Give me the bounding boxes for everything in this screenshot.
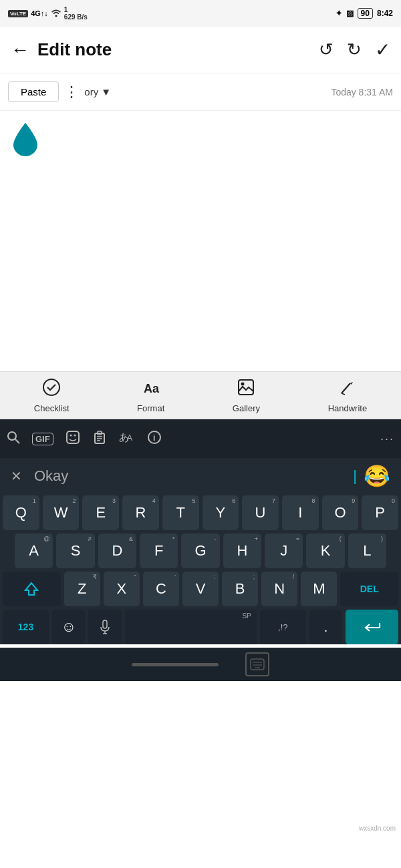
handwrite-button[interactable]: Handwrite <box>328 378 368 413</box>
more-options-icon[interactable]: ··· <box>380 432 394 446</box>
keyboard-switcher-icon[interactable] <box>245 652 269 676</box>
key-f[interactable]: *F <box>140 533 178 568</box>
gallery-label: Gallery <box>233 403 260 413</box>
page-title: Edit note <box>37 39 112 60</box>
key-k[interactable]: (K <box>306 533 344 568</box>
svg-rect-3 <box>239 380 253 395</box>
key-s[interactable]: #S <box>56 533 94 568</box>
svg-point-4 <box>241 382 245 385</box>
key-l[interactable]: )L <box>348 533 386 568</box>
vibrate-icon: ▨ <box>346 9 354 18</box>
emoji-key[interactable]: ☺ <box>52 610 85 644</box>
clock: 8:42 <box>377 9 393 18</box>
delete-key[interactable]: DEL <box>340 572 398 606</box>
gallery-icon <box>237 378 255 401</box>
status-bar: VoLTE 4G↑↓ 1 629 B/s ✦ ▨ 90 8:42 <box>0 0 401 27</box>
confirm-button[interactable]: ✓ <box>375 39 390 61</box>
format-button[interactable]: Aa Format <box>137 378 164 413</box>
numbers-key[interactable]: 123 <box>3 610 49 644</box>
back-button[interactable]: ← <box>11 39 29 61</box>
emoji-suggestion[interactable]: 😂 <box>364 463 390 489</box>
key-y[interactable]: 6Y <box>203 495 239 530</box>
search-icon[interactable] <box>7 431 20 447</box>
note-content-area[interactable] <box>0 111 401 371</box>
home-indicator-row <box>0 648 401 681</box>
category-label: ory <box>84 86 98 97</box>
key-c[interactable]: 'C <box>143 572 179 606</box>
redo-button[interactable]: ↻ <box>347 39 362 60</box>
translate-icon[interactable]: あ A <box>119 430 135 448</box>
info-icon[interactable]: i <box>147 430 162 448</box>
sticker-icon[interactable] <box>65 430 80 448</box>
signal-strength: 4G↑↓ <box>31 9 48 17</box>
status-left: VoLTE 4G↑↓ 1 629 B/s <box>8 6 88 21</box>
gif-icon[interactable]: GIF <box>32 433 53 445</box>
svg-point-10 <box>70 434 72 436</box>
text-cursor: | <box>353 467 357 485</box>
keyboard: 1Q 2W 3E 4R 5T 6Y 7U 8I 9O 0P @A #S &D *… <box>0 494 401 644</box>
battery-icon: 90 <box>358 8 373 19</box>
checklist-button[interactable]: Checklist <box>34 378 70 413</box>
svg-line-6 <box>342 393 345 395</box>
space-key[interactable]: SP <box>125 610 257 644</box>
svg-point-11 <box>74 434 76 436</box>
bluetooth-icon: ✦ <box>336 9 342 18</box>
keyboard-row-1: 1Q 2W 3E 4R 5T 6Y 7U 8I 9O 0P <box>0 495 401 530</box>
key-v[interactable]: :V <box>182 572 219 606</box>
key-r[interactable]: 4R <box>122 495 159 530</box>
key-w[interactable]: 2W <box>43 495 80 530</box>
clipboard-icon[interactable] <box>92 430 107 448</box>
svg-rect-9 <box>67 431 79 443</box>
handwrite-label: Handwrite <box>328 403 368 413</box>
enter-key[interactable] <box>346 610 398 644</box>
key-g[interactable]: -G <box>181 533 219 568</box>
bottom-toolbar: Checklist Aa Format Gallery <box>0 371 401 419</box>
key-t[interactable]: 5T <box>162 495 199 530</box>
home-pill[interactable] <box>132 663 219 666</box>
key-e[interactable]: 3E <box>82 495 119 530</box>
svg-point-1 <box>43 379 59 395</box>
key-o[interactable]: 9O <box>322 495 359 530</box>
svg-text:A: A <box>127 433 132 443</box>
microphone-key[interactable] <box>88 610 121 644</box>
watermark: wxsxdn.com <box>359 825 396 832</box>
key-b[interactable]: ;B <box>222 572 258 606</box>
close-prediction-button[interactable]: ✕ <box>11 468 22 484</box>
svg-text:i: i <box>153 433 155 443</box>
format-label: Format <box>137 403 164 413</box>
key-p[interactable]: 0P <box>362 495 398 530</box>
key-d[interactable]: &D <box>98 533 136 568</box>
key-n[interactable]: /N <box>261 572 297 606</box>
period-key[interactable]: . <box>309 610 342 644</box>
key-a[interactable]: @A <box>15 533 53 568</box>
status-right: ✦ ▨ 90 8:42 <box>336 8 393 19</box>
keyboard-row-3: ₹Z "X 'C :V ;B /N M DEL <box>0 572 401 606</box>
keyboard-row-2: @A #S &D *F -G +H =J (K )L <box>0 533 401 568</box>
more-options-icon[interactable]: ⋮ <box>64 83 79 101</box>
key-u[interactable]: 7U <box>242 495 279 530</box>
punctuation-key[interactable]: ,!? <box>260 610 306 644</box>
data-speed: 1 629 B/s <box>64 6 88 21</box>
key-i[interactable]: 8I <box>282 495 319 530</box>
undo-button[interactable]: ↺ <box>319 39 333 60</box>
category-selector[interactable]: ory ▼ <box>84 86 111 97</box>
paste-button[interactable]: Paste <box>8 81 59 102</box>
keyboard-bottom-row: 123 ☺ SP ,!? . <box>0 610 401 644</box>
toolbar-right: ↺ ↻ ✓ <box>319 39 390 61</box>
volte-badge: VoLTE <box>8 10 28 17</box>
checklist-label: Checklist <box>34 403 70 413</box>
prediction-text: Okay <box>29 467 346 485</box>
key-j[interactable]: =J <box>265 533 303 568</box>
gallery-button[interactable]: Gallery <box>233 378 260 413</box>
key-z[interactable]: ₹Z <box>64 572 100 606</box>
dropdown-icon: ▼ <box>101 86 111 97</box>
key-q[interactable]: 1Q <box>3 495 39 530</box>
svg-line-8 <box>15 439 19 443</box>
shift-key[interactable] <box>3 572 61 606</box>
key-m[interactable]: M <box>301 572 337 606</box>
key-h[interactable]: +H <box>223 533 261 568</box>
format-icon: Aa <box>142 378 160 401</box>
key-x[interactable]: "X <box>104 572 140 606</box>
checklist-icon <box>42 378 61 401</box>
svg-line-5 <box>342 383 350 393</box>
